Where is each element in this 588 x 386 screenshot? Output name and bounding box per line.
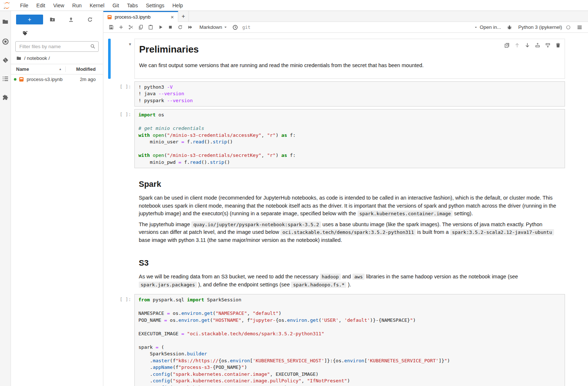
insert-cell-below-icon: [545, 42, 551, 48]
save-notebook-button[interactable]: [106, 23, 116, 32]
markdown-body[interactable]: SparkSpark can be used in client mode (r…: [134, 171, 565, 247]
code-line: SparkSession.builder: [138, 351, 561, 358]
move-cell-down-button[interactable]: [523, 41, 532, 50]
cell-collapser[interactable]: [108, 294, 111, 386]
paste-cells-icon: [148, 24, 153, 30]
file-browser-icon: [2, 18, 9, 25]
execution-time-button[interactable]: [230, 23, 240, 32]
tab-bar: process-s3.ipynb × +: [103, 11, 588, 22]
sidebar-item-running-kernels[interactable]: [0, 36, 11, 47]
sidebar-item-extension-manager[interactable]: [0, 92, 11, 103]
file-name: process-s3.ipynb: [27, 77, 80, 82]
git-icon: [2, 57, 9, 64]
chevron-down-icon: [223, 25, 228, 30]
copy-cells-button[interactable]: [136, 23, 146, 32]
sidebar-item-file-browser[interactable]: [0, 16, 11, 27]
cut-cells-button[interactable]: [126, 23, 136, 32]
markdown-body[interactable]: S3As we will be reading data from an S3 …: [134, 250, 565, 292]
cell-collapser[interactable]: [108, 250, 111, 292]
inline-code: oci.stackable.tech/demos/spark:3.5.2-pyt…: [280, 229, 416, 235]
markdown-cell: ▾PreliminariesWe can first output some v…: [103, 39, 588, 79]
markdown-paragraph: The jupyterhub image quay.io/jupyter/pys…: [139, 221, 561, 244]
tab-process-s3[interactable]: process-s3.ipynb ×: [103, 11, 178, 22]
sidebar-item-table-of-contents[interactable]: [0, 73, 11, 84]
toolbar-menu-button[interactable]: [574, 23, 584, 32]
insert-cell-below-button[interactable]: [543, 41, 552, 50]
menu-item-help[interactable]: Help: [168, 3, 187, 8]
menu-item-edit[interactable]: Edit: [33, 3, 49, 8]
restart-kernel-button[interactable]: [175, 23, 185, 32]
bug-icon: [507, 24, 512, 30]
insert-cell-above-button[interactable]: [533, 41, 542, 50]
cut-cells-icon: [128, 24, 134, 30]
menu-item-kernel[interactable]: Kernel: [85, 3, 108, 8]
cell-collapser[interactable]: [108, 171, 111, 247]
new-tab-button[interactable]: +: [178, 11, 189, 22]
code-line: [138, 304, 561, 310]
markdown-heading: Preliminaries: [139, 44, 560, 55]
kernel-running-indicator: [14, 78, 16, 81]
column-header-modified[interactable]: Modified: [65, 66, 103, 72]
tag-plus-icon[interactable]: [22, 30, 28, 36]
file-row[interactable]: process-s3.ipynb2m ago: [11, 74, 103, 84]
cell-collapser[interactable]: [108, 39, 111, 79]
duplicate-cell-button[interactable]: [503, 41, 511, 50]
column-header-name[interactable]: Name ▲: [11, 66, 65, 72]
menu-item-view[interactable]: View: [49, 3, 68, 8]
save-notebook-icon: [108, 24, 114, 30]
cell-collapser[interactable]: [108, 81, 111, 107]
insert-cell-button[interactable]: [116, 23, 126, 32]
move-cell-up-button[interactable]: [513, 41, 522, 50]
interrupt-kernel-icon: [168, 24, 173, 30]
cell-prompt: ▾: [111, 39, 134, 79]
hamburger-menu-icon: [577, 24, 583, 30]
inline-code: spark.jars.packages: [139, 282, 197, 288]
markdown-heading: Spark: [139, 180, 561, 189]
file-browser-panel: + / notebook / Name ▲ Modified p: [11, 11, 103, 386]
folder-icon: [16, 55, 22, 61]
kernel-name[interactable]: Python 3 (ipykernel): [518, 24, 562, 30]
tab-label: process-s3.ipynb: [115, 14, 167, 20]
cell-collapser[interactable]: [108, 109, 111, 168]
menu-item-settings[interactable]: Settings: [142, 3, 168, 8]
insert-cell-above-icon: [535, 42, 541, 48]
upload-files-button[interactable]: [66, 15, 76, 24]
jupyterlab-app: FileEditViewRunKernelGitTabsSettingsHelp…: [0, 0, 588, 386]
delete-cell-button[interactable]: [554, 41, 562, 50]
run-cell-button[interactable]: [156, 23, 165, 32]
menu-item-git[interactable]: Git: [108, 3, 123, 8]
close-tab-icon[interactable]: ×: [169, 14, 175, 20]
inline-code: spark.kubernetes.container.image: [358, 211, 453, 217]
filter-files-input[interactable]: [15, 41, 99, 52]
new-folder-button[interactable]: [48, 15, 57, 24]
menu-item-tabs[interactable]: Tabs: [123, 3, 142, 8]
restart-and-run-all-icon: [187, 24, 193, 30]
document-panel: process-s3.ipynb × + Markdown git: [103, 11, 588, 386]
paste-cells-button[interactable]: [146, 23, 156, 32]
new-launcher-button[interactable]: +: [16, 15, 43, 24]
jupyter-logo-icon: [3, 1, 11, 9]
collapse-heading-icon[interactable]: ▾: [129, 42, 131, 47]
caret-down-icon: [474, 25, 478, 30]
code-editor[interactable]: from pyspark.sql import SparkSession NAM…: [134, 294, 565, 386]
breadcrumb[interactable]: / notebook /: [11, 52, 103, 64]
file-list: process-s3.ipynb2m ago: [11, 74, 103, 84]
markdown-heading: S3: [139, 258, 561, 268]
debugger-button[interactable]: [505, 23, 515, 32]
interrupt-kernel-button[interactable]: [165, 23, 175, 32]
file-browser-toolbar: +: [11, 11, 103, 26]
sidebar-item-git[interactable]: [0, 55, 11, 66]
code-editor[interactable]: import os # get minio credentialswith op…: [134, 109, 565, 168]
markdown-body[interactable]: PreliminariesWe can first output some ve…: [134, 39, 565, 79]
open-in-dropdown[interactable]: Open in...: [474, 24, 501, 30]
refresh-file-list-button[interactable]: [85, 15, 95, 24]
kernel-status-icon: [566, 25, 571, 30]
inline-code: aws: [352, 274, 364, 280]
menu-item-file[interactable]: File: [16, 3, 33, 8]
cell-type-dropdown[interactable]: Markdown: [199, 24, 228, 30]
code-editor[interactable]: ! python3 -V! java --version! pyspark --…: [134, 81, 565, 107]
menu-item-run[interactable]: Run: [68, 3, 86, 8]
restart-and-run-all-button[interactable]: [185, 23, 195, 32]
code-line: from pyspark.sql import SparkSession: [138, 297, 561, 304]
markdown-paragraph: Spark can be used in client mode (recomm…: [139, 194, 561, 218]
